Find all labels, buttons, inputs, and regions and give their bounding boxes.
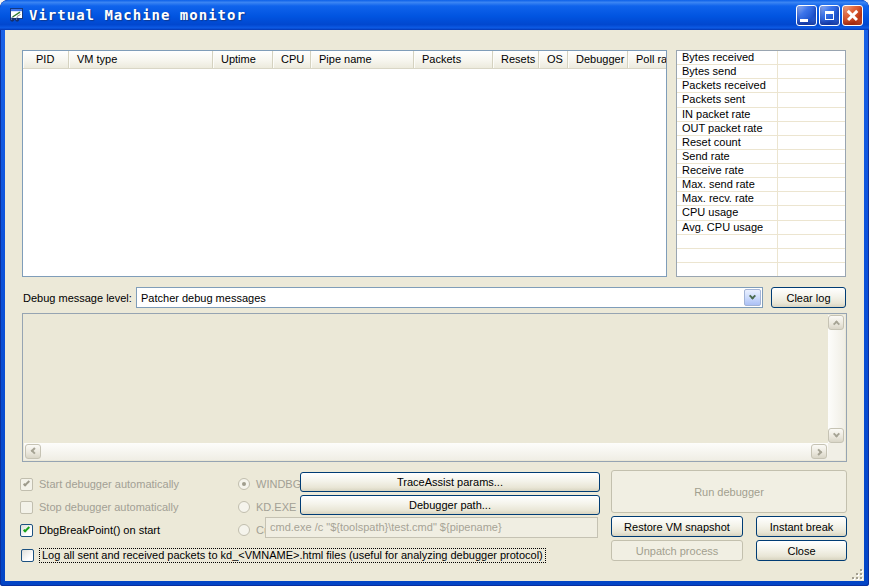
stat-row: Max. send rate (677, 178, 845, 192)
stat-value (778, 79, 845, 92)
stat-row: Max. recv. rate (677, 192, 845, 206)
maximize-icon (825, 11, 834, 20)
stat-label: Reset count (677, 136, 778, 149)
resize-grip[interactable] (848, 565, 862, 579)
scroll-left-button[interactable] (25, 444, 41, 459)
stat-label: Max. send rate (677, 178, 778, 191)
stat-row (677, 263, 845, 276)
dialog-client-area: PID VM type Uptime CPU Pipe name Packets… (5, 30, 864, 581)
chevron-up-icon (832, 320, 839, 327)
stat-label: Bytes received (677, 51, 778, 64)
checkbox-stop-debugger[interactable]: Stop debugger automatically (20, 500, 178, 514)
radio-kd[interactable]: KD.EXE (238, 500, 296, 514)
stat-label: Receive rate (677, 164, 778, 177)
stat-label: Packets sent (677, 93, 778, 106)
debug-level-label: Debug message level: (23, 292, 132, 304)
column-header-pipe[interactable]: Pipe name (311, 51, 414, 68)
checkbox-start-debugger[interactable]: Start debugger automatically (20, 477, 179, 491)
close-window-button[interactable] (842, 5, 863, 26)
stat-value (778, 164, 845, 177)
checkbox-icon (20, 478, 33, 491)
checkbox-log-packets[interactable]: Log all sent and received packets to kd_… (21, 548, 545, 562)
run-debugger-button[interactable]: Run debugger (611, 470, 847, 513)
custom-command-field[interactable]: cmd.exe /c "${toolspath}\test.cmd" ${pip… (265, 517, 598, 538)
stat-value (778, 192, 845, 205)
stat-value (778, 221, 845, 234)
chevron-left-icon (30, 447, 37, 454)
stat-row (677, 249, 845, 263)
window-title: Virtual Machine monitor (29, 7, 246, 23)
stat-label: Max. recv. rate (677, 192, 778, 205)
checkbox-label: Start debugger automatically (39, 478, 179, 490)
radio-icon (238, 524, 250, 536)
stat-row: IN packet rate (677, 108, 845, 122)
stat-value (778, 136, 845, 149)
checkbox-label: Log all sent and received packets to kd_… (40, 549, 545, 562)
title-bar[interactable]: Virtual Machine monitor (0, 0, 869, 30)
instant-break-button[interactable]: Instant break (756, 516, 847, 537)
stat-label (677, 249, 778, 262)
column-header-uptime[interactable]: Uptime (213, 51, 273, 68)
column-header-resets[interactable]: Resets (493, 51, 539, 68)
radio-label: KD.EXE (256, 501, 296, 513)
chevron-down-icon (832, 431, 839, 438)
horizontal-scrollbar[interactable] (24, 443, 828, 460)
scroll-up-button[interactable] (828, 315, 844, 330)
stat-row: OUT packet rate (677, 122, 845, 136)
traceassist-params-button[interactable]: TraceAssist params... (300, 472, 600, 492)
stat-row: Bytes received (677, 51, 845, 65)
stat-label: Packets received (677, 79, 778, 92)
stat-value (778, 122, 845, 135)
stat-label: IN packet rate (677, 108, 778, 121)
checkbox-icon (21, 549, 34, 562)
unpatch-process-button[interactable]: Unpatch process (611, 540, 743, 561)
column-header-pid[interactable]: PID (23, 51, 69, 68)
minimize-icon (800, 19, 808, 22)
checkbox-icon (20, 501, 33, 514)
column-header-os[interactable]: OS (539, 51, 568, 68)
vertical-scrollbar[interactable] (828, 315, 845, 443)
close-button[interactable]: Close (756, 540, 847, 561)
stat-value (778, 263, 845, 276)
stat-value (778, 93, 845, 106)
column-header-cpu[interactable]: CPU (273, 51, 311, 68)
scroll-down-button[interactable] (828, 428, 844, 443)
stat-value (778, 51, 845, 64)
checkbox-icon (20, 524, 33, 537)
clear-log-button[interactable]: Clear log (771, 287, 846, 308)
app-icon[interactable] (8, 7, 24, 23)
stat-row: Send rate (677, 150, 845, 164)
debugger-path-button[interactable]: Debugger path... (300, 495, 600, 515)
column-header-packets[interactable]: Packets (414, 51, 493, 68)
stat-label (677, 235, 778, 248)
stat-value (778, 108, 845, 121)
restore-vm-snapshot-button[interactable]: Restore VM snapshot (611, 516, 743, 537)
stat-row: Reset count (677, 136, 845, 150)
vm-list-header: PID VM type Uptime CPU Pipe name Packets… (23, 51, 666, 69)
stat-label: Avg. CPU usage (677, 221, 778, 234)
stat-row: Avg. CPU usage (677, 221, 845, 235)
debug-level-select[interactable]: Patcher debug messages (136, 287, 763, 308)
chevron-down-icon[interactable] (744, 289, 761, 306)
maximize-button[interactable] (819, 5, 840, 26)
stat-label: CPU usage (677, 206, 778, 219)
vm-list-body[interactable] (23, 69, 666, 276)
log-output-area[interactable] (22, 313, 847, 462)
chevron-right-icon (815, 449, 822, 456)
scrollbar-corner (828, 443, 845, 460)
stat-label: Bytes send (677, 65, 778, 78)
column-header-debugger[interactable]: Debugger (568, 51, 628, 68)
checkbox-dbgbreakpoint[interactable]: DbgBreakPoint() on start (20, 523, 160, 537)
radio-icon (238, 501, 250, 513)
stat-value (778, 178, 845, 191)
vm-list[interactable]: PID VM type Uptime CPU Pipe name Packets… (22, 50, 667, 277)
column-header-pollrate[interactable]: Poll rate (628, 51, 666, 68)
debug-level-value: Patcher debug messages (137, 292, 743, 304)
minimize-button[interactable] (796, 5, 817, 26)
stat-row: CPU usage (677, 206, 845, 220)
stat-label: Send rate (677, 150, 778, 163)
column-header-vm-type[interactable]: VM type (69, 51, 213, 68)
close-icon (846, 9, 859, 22)
scroll-right-button[interactable] (811, 444, 827, 459)
stat-value (778, 235, 845, 248)
